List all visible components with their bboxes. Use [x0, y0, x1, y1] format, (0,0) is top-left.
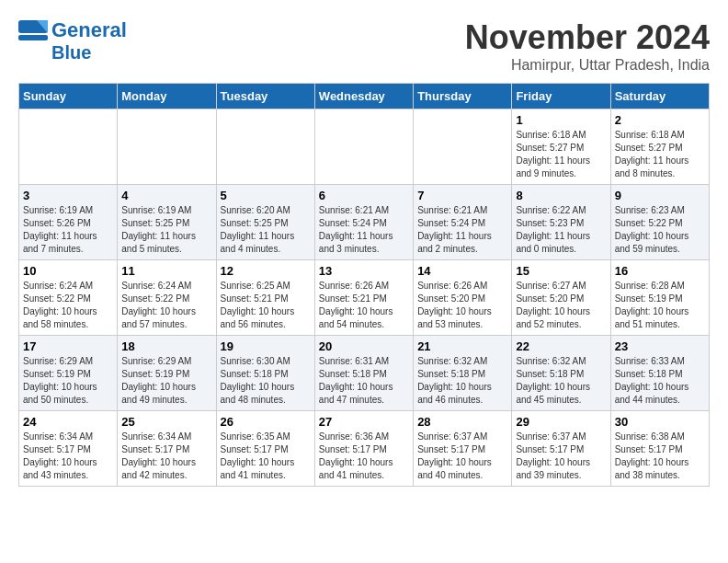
location-subtitle: Hamirpur, Uttar Pradesh, India — [465, 57, 710, 74]
day-info: Sunrise: 6:18 AMSunset: 5:27 PMDaylight:… — [615, 129, 705, 180]
day-number: 20 — [319, 339, 409, 353]
day-number: 22 — [516, 339, 606, 353]
calendar-cell: 28Sunrise: 6:37 AMSunset: 5:17 PMDayligh… — [414, 411, 512, 487]
day-info: Sunrise: 6:26 AMSunset: 5:21 PMDaylight:… — [319, 280, 409, 331]
calendar-header-row: SundayMondayTuesdayWednesdayThursdayFrid… — [19, 84, 710, 109]
day-number: 16 — [615, 264, 705, 278]
calendar-cell: 30Sunrise: 6:38 AMSunset: 5:17 PMDayligh… — [610, 411, 709, 487]
day-info: Sunrise: 6:29 AMSunset: 5:19 PMDaylight:… — [23, 355, 113, 407]
calendar-cell: 4Sunrise: 6:19 AMSunset: 5:25 PMDaylight… — [118, 185, 216, 260]
day-number: 29 — [516, 415, 606, 429]
calendar-cell: 24Sunrise: 6:34 AMSunset: 5:17 PMDayligh… — [19, 411, 118, 487]
calendar-weekday-monday: Monday — [118, 84, 216, 109]
calendar-cell — [414, 109, 512, 185]
page-header: General Blue November 2024 Hamirpur, Utt… — [18, 18, 710, 74]
day-info: Sunrise: 6:24 AMSunset: 5:22 PMDaylight:… — [121, 280, 211, 331]
day-number: 26 — [221, 415, 311, 429]
calendar-weekday-thursday: Thursday — [414, 84, 512, 109]
calendar-cell: 8Sunrise: 6:22 AMSunset: 5:23 PMDaylight… — [512, 185, 610, 260]
calendar-weekday-friday: Friday — [512, 84, 610, 109]
day-info: Sunrise: 6:35 AMSunset: 5:17 PMDaylight:… — [221, 431, 311, 482]
day-number: 6 — [319, 189, 409, 202]
day-number: 13 — [319, 264, 409, 278]
calendar-cell: 7Sunrise: 6:21 AMSunset: 5:24 PMDaylight… — [414, 185, 512, 260]
calendar-week-row: 3Sunrise: 6:19 AMSunset: 5:26 PMDaylight… — [19, 185, 710, 260]
day-info: Sunrise: 6:32 AMSunset: 5:18 PMDaylight:… — [417, 355, 507, 407]
calendar-weekday-saturday: Saturday — [610, 84, 709, 109]
calendar-cell: 14Sunrise: 6:26 AMSunset: 5:20 PMDayligh… — [414, 260, 512, 336]
calendar-cell: 10Sunrise: 6:24 AMSunset: 5:22 PMDayligh… — [19, 260, 118, 336]
day-number: 1 — [516, 113, 606, 127]
day-info: Sunrise: 6:34 AMSunset: 5:17 PMDaylight:… — [23, 431, 113, 482]
day-number: 7 — [417, 189, 507, 202]
day-info: Sunrise: 6:20 AMSunset: 5:25 PMDaylight:… — [221, 204, 311, 256]
day-number: 21 — [417, 339, 507, 353]
day-number: 15 — [516, 264, 606, 278]
logo-icon — [18, 20, 48, 40]
day-number: 27 — [319, 415, 409, 429]
calendar-cell: 18Sunrise: 6:29 AMSunset: 5:19 PMDayligh… — [118, 336, 216, 411]
calendar-cell: 11Sunrise: 6:24 AMSunset: 5:22 PMDayligh… — [118, 260, 216, 336]
calendar-weekday-sunday: Sunday — [19, 84, 118, 109]
calendar-cell: 12Sunrise: 6:25 AMSunset: 5:21 PMDayligh… — [216, 260, 314, 336]
calendar-cell: 13Sunrise: 6:26 AMSunset: 5:21 PMDayligh… — [314, 260, 413, 336]
day-info: Sunrise: 6:22 AMSunset: 5:23 PMDaylight:… — [516, 204, 606, 256]
calendar-weekday-wednesday: Wednesday — [314, 84, 413, 109]
calendar-cell: 6Sunrise: 6:21 AMSunset: 5:24 PMDaylight… — [314, 185, 413, 260]
day-number: 18 — [121, 339, 211, 353]
day-info: Sunrise: 6:26 AMSunset: 5:20 PMDaylight:… — [417, 280, 507, 331]
calendar-cell: 16Sunrise: 6:28 AMSunset: 5:19 PMDayligh… — [610, 260, 709, 336]
day-info: Sunrise: 6:24 AMSunset: 5:22 PMDaylight:… — [23, 280, 113, 331]
day-info: Sunrise: 6:18 AMSunset: 5:27 PMDaylight:… — [516, 129, 606, 180]
day-info: Sunrise: 6:34 AMSunset: 5:17 PMDaylight:… — [121, 431, 211, 482]
calendar: SundayMondayTuesdayWednesdayThursdayFrid… — [18, 83, 710, 487]
day-number: 9 — [615, 189, 705, 202]
calendar-cell — [118, 109, 216, 185]
calendar-cell — [314, 109, 413, 185]
calendar-cell: 1Sunrise: 6:18 AMSunset: 5:27 PMDaylight… — [512, 109, 610, 185]
day-number: 23 — [615, 339, 705, 353]
day-number: 10 — [23, 264, 113, 278]
calendar-week-row: 24Sunrise: 6:34 AMSunset: 5:17 PMDayligh… — [19, 411, 710, 487]
calendar-cell: 17Sunrise: 6:29 AMSunset: 5:19 PMDayligh… — [19, 336, 118, 411]
day-info: Sunrise: 6:31 AMSunset: 5:18 PMDaylight:… — [319, 355, 409, 407]
calendar-cell — [19, 109, 118, 185]
day-info: Sunrise: 6:37 AMSunset: 5:17 PMDaylight:… — [417, 431, 507, 482]
day-info: Sunrise: 6:32 AMSunset: 5:18 PMDaylight:… — [516, 355, 606, 407]
calendar-cell: 2Sunrise: 6:18 AMSunset: 5:27 PMDaylight… — [610, 109, 709, 185]
calendar-cell: 5Sunrise: 6:20 AMSunset: 5:25 PMDaylight… — [216, 185, 314, 260]
logo-text: General — [51, 18, 127, 42]
calendar-week-row: 10Sunrise: 6:24 AMSunset: 5:22 PMDayligh… — [19, 260, 710, 336]
day-info: Sunrise: 6:21 AMSunset: 5:24 PMDaylight:… — [417, 204, 507, 256]
calendar-week-row: 17Sunrise: 6:29 AMSunset: 5:19 PMDayligh… — [19, 336, 710, 411]
calendar-cell: 3Sunrise: 6:19 AMSunset: 5:26 PMDaylight… — [19, 185, 118, 260]
day-info: Sunrise: 6:19 AMSunset: 5:26 PMDaylight:… — [23, 204, 113, 256]
calendar-cell: 26Sunrise: 6:35 AMSunset: 5:17 PMDayligh… — [216, 411, 314, 487]
calendar-cell — [216, 109, 314, 185]
logo: General Blue — [18, 18, 127, 63]
day-number: 11 — [121, 264, 211, 278]
day-info: Sunrise: 6:29 AMSunset: 5:19 PMDaylight:… — [121, 355, 211, 407]
day-number: 14 — [417, 264, 507, 278]
day-number: 2 — [615, 113, 705, 127]
calendar-cell: 19Sunrise: 6:30 AMSunset: 5:18 PMDayligh… — [216, 336, 314, 411]
day-info: Sunrise: 6:25 AMSunset: 5:21 PMDaylight:… — [221, 280, 311, 331]
calendar-cell: 9Sunrise: 6:23 AMSunset: 5:22 PMDaylight… — [610, 185, 709, 260]
month-title: November 2024 — [465, 18, 710, 57]
calendar-cell: 27Sunrise: 6:36 AMSunset: 5:17 PMDayligh… — [314, 411, 413, 487]
day-number: 19 — [221, 339, 311, 353]
day-number: 3 — [23, 189, 113, 202]
day-info: Sunrise: 6:38 AMSunset: 5:17 PMDaylight:… — [615, 431, 705, 482]
day-number: 25 — [121, 415, 211, 429]
day-number: 28 — [417, 415, 507, 429]
day-info: Sunrise: 6:19 AMSunset: 5:25 PMDaylight:… — [121, 204, 211, 256]
calendar-cell: 15Sunrise: 6:27 AMSunset: 5:20 PMDayligh… — [512, 260, 610, 336]
day-number: 17 — [23, 339, 113, 353]
day-info: Sunrise: 6:30 AMSunset: 5:18 PMDaylight:… — [221, 355, 311, 407]
calendar-cell: 29Sunrise: 6:37 AMSunset: 5:17 PMDayligh… — [512, 411, 610, 487]
day-info: Sunrise: 6:37 AMSunset: 5:17 PMDaylight:… — [516, 431, 606, 482]
day-info: Sunrise: 6:28 AMSunset: 5:19 PMDaylight:… — [615, 280, 705, 331]
day-number: 4 — [121, 189, 211, 202]
day-number: 5 — [221, 189, 311, 202]
day-info: Sunrise: 6:21 AMSunset: 5:24 PMDaylight:… — [319, 204, 409, 256]
